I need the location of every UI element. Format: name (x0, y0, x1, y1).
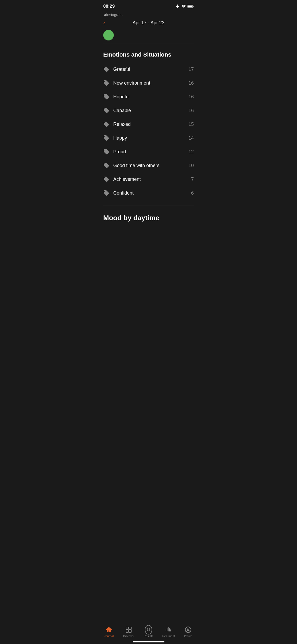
emotion-label: Achievement (113, 177, 187, 182)
section-title-emotions: Emotions and Situations (99, 47, 198, 60)
svg-rect-1 (188, 5, 192, 7)
back-button[interactable]: ‹ (103, 20, 105, 26)
status-icons (176, 4, 194, 8)
tag-icon (103, 176, 110, 182)
status-bar: 08:29 (99, 0, 198, 12)
tag-icon (103, 190, 110, 196)
emotion-item[interactable]: Confident6 (99, 186, 198, 200)
wifi-icon (181, 4, 186, 8)
emotion-count: 15 (188, 122, 194, 127)
next-section-title: Mood by daytime (99, 209, 198, 224)
emotion-label: Proud (113, 149, 185, 155)
emotion-item[interactable]: Relaxed15 (99, 117, 198, 131)
tag-icon (103, 162, 110, 169)
airplane-icon (176, 4, 180, 8)
back-nav[interactable]: ◀ Instagram (99, 12, 198, 18)
emotion-item[interactable]: Achievement7 (99, 172, 198, 186)
emotion-item[interactable]: Proud12 (99, 145, 198, 159)
tag-icon (103, 149, 110, 155)
emotion-count: 16 (188, 94, 194, 100)
emotion-item[interactable]: Good time with others10 (99, 159, 198, 172)
emotion-item[interactable]: Grateful17 (99, 62, 198, 76)
emotion-count: 17 (188, 67, 194, 72)
back-app-name: Instagram (106, 13, 122, 17)
emotion-label: Good time with others (113, 163, 185, 168)
emotion-label: Hopeful (113, 94, 185, 100)
emotion-count: 16 (188, 108, 194, 113)
tag-icon (103, 121, 110, 127)
emotion-item[interactable]: Hopeful16 (99, 90, 198, 104)
emotion-count: 12 (188, 149, 194, 155)
tag-icon (103, 107, 110, 114)
divider-top (103, 44, 194, 44)
back-app-label: ◀ (103, 13, 106, 17)
emotions-list: Grateful17New environment16Hopeful16Capa… (99, 60, 198, 202)
emotion-count: 14 (188, 135, 194, 141)
emotion-label: Grateful (113, 67, 185, 72)
tag-icon (103, 66, 110, 72)
emotion-label: New environment (113, 80, 185, 86)
emotion-count: 7 (191, 177, 194, 182)
emotion-item[interactable]: New environment16 (99, 76, 198, 90)
emotion-label: Confident (113, 190, 187, 196)
emotion-count: 10 (188, 163, 194, 168)
emotion-item[interactable]: Capable16 (99, 104, 198, 117)
emotion-item[interactable]: Happy14 (99, 131, 198, 145)
header-title: Apr 17 - Apr 23 (133, 20, 164, 26)
emotion-count: 16 (188, 80, 194, 86)
tag-icon (103, 80, 110, 86)
tag-icon (103, 135, 110, 141)
status-time: 08:29 (103, 4, 115, 9)
emotion-label: Capable (113, 108, 185, 113)
tag-icon (103, 94, 110, 100)
mood-indicator-circle (103, 30, 114, 40)
battery-icon (187, 5, 194, 8)
page-header: ‹ Apr 17 - Apr 23 (99, 18, 198, 29)
scrollable-content: Emotions and Situations Grateful17New en… (99, 47, 198, 251)
divider-bottom (103, 205, 194, 205)
emotion-label: Happy (113, 135, 185, 141)
emotion-count: 6 (191, 190, 194, 196)
emotion-label: Relaxed (113, 122, 185, 127)
